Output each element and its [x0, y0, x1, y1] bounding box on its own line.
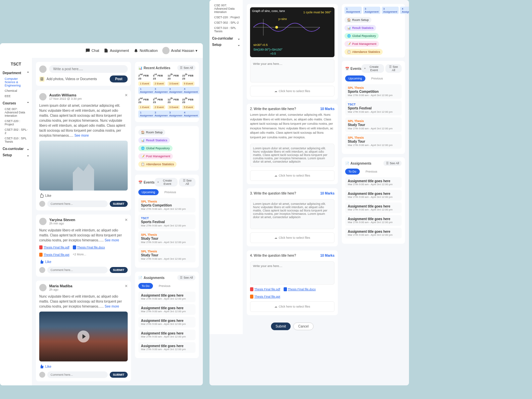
sidebar-item[interactable]: CSE 007: Advanced Data Interation — [212, 3, 240, 15]
assignment-card[interactable]: Assignment title goes hereMar 27th 9:00 … — [138, 317, 196, 328]
create-event-button[interactable]: + Create Event — [155, 178, 178, 187]
see-all-button[interactable]: ☰ See All — [179, 178, 196, 187]
event-card[interactable]: SPL ThesisStudy TourMar 27th 9:00 am - A… — [345, 117, 402, 132]
assignment-card[interactable]: Assignment title goes hereMar 27th 9:00 … — [345, 228, 402, 238]
chip-result-statistics[interactable]: 📊 Result Statistics — [344, 25, 376, 31]
chip-result-statistics[interactable]: 📊 Result Statistics — [138, 137, 170, 143]
answer-textarea[interactable] — [250, 199, 334, 229]
assignment-card[interactable]: Assignment title goes hereMar 27th 9:00 … — [138, 304, 196, 315]
tab-todo[interactable]: To Do — [345, 169, 360, 175]
assignment-card[interactable]: Assignment title goes hereMar 27th 9:00 … — [138, 292, 196, 302]
chip-room-setup[interactable]: 🏠 Room Setup — [138, 129, 165, 135]
file-link[interactable]: Thesis Final file.pdf — [250, 287, 280, 291]
event-card[interactable]: SPL ThesisSports CompetitionMar 27th 9:0… — [345, 84, 402, 99]
see-all-button[interactable]: ☰ See All — [383, 161, 402, 166]
see-more[interactable]: See more — [105, 238, 119, 242]
sidebar-department[interactable]: Department⌃ — [3, 71, 29, 75]
see-all-button[interactable]: ☰ See All — [385, 64, 402, 73]
event-card[interactable]: SPL ThesisStudy TourMar 27th 9:00 am - A… — [345, 134, 402, 149]
like-button[interactable]: Like — [39, 259, 128, 264]
comment-input[interactable] — [47, 267, 108, 273]
event-card[interactable]: SPL ThesisStudy TourMar 27th 9:00 am - A… — [138, 248, 196, 262]
create-event-button[interactable]: + Create Event — [361, 64, 384, 73]
sidebar-cocurricular[interactable]: Co-curricular⌄ — [3, 147, 29, 151]
sidebar-item[interactable]: Chemical — [3, 88, 29, 93]
tab-previous[interactable]: Previous — [156, 283, 174, 289]
post-button[interactable]: Post — [110, 75, 128, 82]
chip-attendance[interactable]: 📋 Attendance Statistics — [344, 49, 383, 55]
assignment-card[interactable]: Assignment title goes hereMar 27th 9:00 … — [345, 215, 402, 226]
answer-textarea[interactable] — [250, 59, 334, 82]
sidebar-setup[interactable]: Setup⌄ — [3, 153, 29, 157]
post-input[interactable] — [49, 65, 128, 73]
tab-upcoming[interactable]: Upcoming — [345, 75, 365, 81]
see-all-button[interactable]: ☰ See All — [177, 65, 196, 70]
chip-room-setup[interactable]: 🏠 Room Setup — [344, 17, 371, 23]
see-more[interactable]: See more — [74, 134, 89, 137]
file-link[interactable]: Thesis Final file.docx — [73, 245, 105, 249]
assignment-link[interactable]: Assignment — [104, 48, 129, 53]
like-button[interactable]: Like — [39, 193, 128, 198]
sidebar-item[interactable]: CSET-220 : Project — [212, 15, 240, 20]
chip-post-management[interactable]: 📝 Post Management — [138, 153, 173, 159]
chat-link[interactable]: Chat — [85, 48, 99, 53]
sidebar-item[interactable]: CSET-310 : SPL Tsesis — [212, 25, 240, 34]
play-icon[interactable] — [77, 331, 89, 342]
chip-attendance[interactable]: 📋 Attendance Statistics — [138, 161, 177, 167]
event-card[interactable]: SPL ThesisStudy TourMar 27th 9:00 am - A… — [138, 231, 196, 246]
chip-global-repository[interactable]: 🌐 Global Repository — [138, 145, 173, 151]
tab-todo[interactable]: To Do — [138, 283, 153, 289]
sidebar-item[interactable]: CSE 007: Advanced Data Interation — [3, 106, 29, 118]
assignment-card[interactable]: Assignment title goes hereMar 27th 9:00 … — [138, 330, 196, 340]
sidebar-item[interactable]: CSET-310 : SPL Tsesis — [3, 136, 29, 144]
assignment-card[interactable]: Assignment title goes hereMar 27th 9:00 … — [345, 202, 402, 213]
cancel-button[interactable]: Cancel — [293, 323, 314, 330]
submit-comment[interactable]: SUBMIT — [110, 372, 128, 378]
tab-previous[interactable]: Previous — [368, 75, 386, 81]
answer-textarea[interactable] — [250, 144, 334, 167]
user-menu[interactable]: Arafat Hassan▾ — [162, 47, 198, 54]
submit-comment[interactable]: SUBMIT — [110, 267, 128, 273]
close-icon[interactable]: ✕ — [125, 218, 128, 222]
file-link[interactable]: Thesis Final file.pdf — [39, 245, 69, 249]
attach-media[interactable]: 🖼Add photos, Videos or Documents — [39, 76, 97, 82]
event-card[interactable]: TSCTSports FestivalMar 27th 9:00 am - Ap… — [138, 214, 196, 229]
tab-previous[interactable]: Previous — [362, 169, 381, 175]
close-icon[interactable]: ✕ — [125, 93, 128, 97]
event-card[interactable]: SPL ThesisSports CompetitionMar 27th 9:0… — [138, 198, 196, 212]
upload-area[interactable]: ☁ Click here to select files — [250, 170, 334, 181]
more-files[interactable]: +2 More... — [73, 253, 86, 257]
sidebar-item[interactable]: EEE — [3, 93, 29, 99]
close-icon[interactable]: ✕ — [125, 284, 128, 288]
sidebar-cocurricular[interactable]: Co-curricular⌄ — [212, 37, 240, 40]
upload-area[interactable]: ☁ Click here to select files — [250, 301, 334, 312]
tab-previous[interactable]: Previous — [161, 189, 180, 195]
submit-button[interactable]: Submit — [271, 323, 291, 330]
see-more[interactable]: See more — [105, 305, 119, 308]
sidebar-item[interactable]: CSET-220 : Project — [3, 118, 29, 127]
chip-global-repository[interactable]: 🌐 Global Repository — [344, 33, 379, 39]
comment-input[interactable] — [47, 371, 108, 378]
assignment-card[interactable]: Assignment title goes hereMar 27th 9:00 … — [138, 342, 196, 353]
sidebar-setup[interactable]: Setup⌄ — [212, 43, 240, 47]
sidebar-item[interactable]: CSET-302 : SPL-2 — [212, 20, 240, 25]
sidebar-item[interactable]: CSET-302 : SPL-2 — [3, 127, 29, 136]
file-link[interactable]: Thesis Final file.docx — [284, 287, 316, 291]
assignment-card[interactable]: Assignment title goes hereMar 27th 9:00 … — [345, 190, 402, 200]
upload-area[interactable]: ☁ Click here to select files — [250, 232, 334, 243]
event-card[interactable]: TSCTSports FestivalMar 27th 9:00 am - Ap… — [345, 101, 402, 115]
assignment-card[interactable]: Assignment title goes hereMar 27th 9:00 … — [345, 177, 402, 188]
see-all-button[interactable]: ☰ See All — [177, 275, 196, 280]
sidebar-courses[interactable]: Courses⌃ — [3, 101, 29, 105]
chip-post-management[interactable]: 📝 Post Management — [344, 41, 379, 47]
tab-upcoming[interactable]: Upcoming — [138, 189, 159, 195]
answer-textarea[interactable] — [250, 261, 334, 285]
upload-area[interactable]: ☁ Click here to select files — [250, 86, 334, 96]
like-button[interactable]: Like — [39, 364, 128, 369]
comment-input[interactable] — [47, 200, 108, 207]
submit-comment[interactable]: SUBMIT — [110, 201, 128, 207]
file-link[interactable]: Thesis Final file.ppt — [39, 253, 69, 257]
notification-link[interactable]: Notification — [134, 48, 158, 53]
sidebar-item[interactable]: Computer Science & Engineering — [3, 76, 29, 88]
file-link[interactable]: Thesis Final file.ppt — [250, 295, 280, 299]
